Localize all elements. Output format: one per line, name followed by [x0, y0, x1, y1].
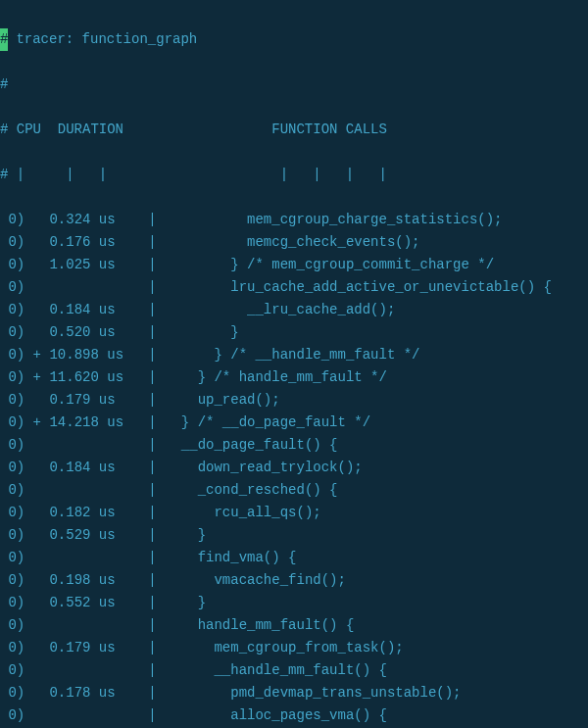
- cpu-col: 0): [0, 414, 24, 430]
- function-col: } /* __do_page_fault */: [172, 414, 370, 430]
- separator-col: |: [131, 279, 172, 295]
- duration-col: 0.184 us: [24, 460, 131, 475]
- duration-col: 0.179 us: [24, 640, 131, 655]
- function-col: mem_cgroup_charge_statistics();: [172, 212, 502, 227]
- separator-col: |: [131, 347, 172, 363]
- trace-row: 0) 0.176 us | memcg_check_events();: [0, 231, 580, 254]
- duration-col: 0.520 us: [24, 324, 131, 340]
- cpu-col: 0): [0, 527, 24, 543]
- trace-row: 0) | find_vma() {: [0, 547, 580, 569]
- function-col: } /* __handle_mm_fault */: [172, 347, 419, 363]
- function-col: __lru_cache_add();: [172, 302, 395, 317]
- duration-col: 0.198 us: [24, 572, 131, 588]
- cpu-col: 0): [0, 302, 24, 317]
- cpu-col: 0): [0, 595, 24, 610]
- cpu-col: 0): [0, 347, 24, 363]
- tracer-title: tracer: function_graph: [8, 31, 197, 47]
- duration-col: 1.025 us: [24, 257, 131, 272]
- function-col: lru_cache_add_active_or_unevictable() {: [172, 279, 551, 295]
- duration-col: 0.179 us: [24, 392, 131, 408]
- trace-row: 0) + 10.898 us | } /* __handle_mm_fault …: [0, 344, 580, 366]
- function-col: __do_page_fault() {: [172, 437, 337, 453]
- trace-row: 0) 0.184 us | down_read_trylock();: [0, 457, 580, 479]
- trace-row: 0) 1.025 us | } /* mem_cgroup_commit_cha…: [0, 254, 580, 276]
- cpu-col: 0): [0, 640, 24, 655]
- duration-col: + 11.620 us: [24, 369, 131, 385]
- separator-col: |: [131, 595, 172, 610]
- separator-col: |: [131, 324, 172, 340]
- duration-col: 0.324 us: [24, 212, 131, 227]
- trace-row: 0) 0.179 us | mem_cgroup_from_task();: [0, 637, 580, 659]
- cpu-col: 0): [0, 482, 24, 498]
- function-col: vmacache_find();: [172, 572, 345, 588]
- separator-col: |: [131, 460, 172, 475]
- duration-col: + 10.898 us: [24, 347, 131, 363]
- trace-row: 0) 0.520 us | }: [0, 321, 580, 344]
- trace-row: 0) | __do_page_fault() {: [0, 434, 580, 457]
- duration-col: [24, 617, 131, 633]
- function-col: _cond_resched() {: [172, 482, 337, 498]
- cpu-col: 0): [0, 257, 24, 272]
- trace-row: 0) | handle_mm_fault() {: [0, 614, 580, 637]
- duration-col: [24, 482, 131, 498]
- separator-col: |: [131, 482, 172, 498]
- trace-row: 0) | __handle_mm_fault() {: [0, 659, 580, 682]
- separator-col: |: [131, 685, 172, 701]
- terminal-output: # tracer: function_graph # # CPU DURATIO…: [0, 0, 588, 728]
- separator-col: |: [131, 414, 172, 430]
- function-col: pmd_devmap_trans_unstable();: [172, 685, 461, 701]
- cpu-col: 0): [0, 437, 24, 453]
- cpu-col: 0): [0, 572, 24, 588]
- duration-col: 0.184 us: [24, 302, 131, 317]
- trace-row: 0) | _cond_resched() {: [0, 479, 580, 502]
- separator-col: |: [131, 640, 172, 655]
- function-col: }: [172, 527, 206, 543]
- cpu-col: 0): [0, 279, 24, 295]
- duration-col: 0.178 us: [24, 685, 131, 701]
- duration-col: 0.176 us: [24, 234, 131, 250]
- duration-col: [24, 550, 131, 565]
- function-col: memcg_check_events();: [172, 234, 419, 250]
- separator-col: |: [131, 505, 172, 520]
- function-col: __handle_mm_fault() {: [172, 662, 386, 678]
- separator-col: |: [131, 257, 172, 272]
- separator-col: |: [131, 550, 172, 565]
- function-col: find_vma() {: [172, 550, 296, 565]
- separator-col: |: [131, 369, 172, 385]
- separator-col: |: [131, 527, 172, 543]
- duration-col: [24, 662, 131, 678]
- duration-col: + 14.218 us: [24, 414, 131, 430]
- separator-col: |: [131, 662, 172, 678]
- cpu-col: 0): [0, 617, 24, 633]
- duration-col: 0.552 us: [24, 595, 131, 610]
- header-blank: #: [0, 73, 580, 96]
- duration-col: [24, 279, 131, 295]
- trace-row: 0) 0.552 us | }: [0, 592, 580, 614]
- separator-col: |: [131, 707, 172, 723]
- separator-col: |: [131, 302, 172, 317]
- separator-col: |: [131, 212, 172, 227]
- duration-col: 0.529 us: [24, 527, 131, 543]
- function-col: down_read_trylock();: [172, 460, 362, 475]
- trace-row: 0) 0.179 us | up_read();: [0, 389, 580, 412]
- function-col: alloc_pages_vma() {: [172, 707, 386, 723]
- trace-row: 0) 0.324 us | mem_cgroup_charge_statisti…: [0, 209, 580, 231]
- cpu-col: 0): [0, 685, 24, 701]
- trace-row: 0) 0.182 us | rcu_all_qs();: [0, 502, 580, 524]
- separator-col: |: [131, 392, 172, 408]
- header-title-line: # tracer: function_graph: [0, 28, 580, 51]
- trace-row: 0) 0.198 us | vmacache_find();: [0, 569, 580, 592]
- trace-row: 0) | lru_cache_add_active_or_unevictable…: [0, 276, 580, 299]
- trace-rows: 0) 0.324 us | mem_cgroup_charge_statisti…: [0, 209, 580, 728]
- cpu-col: 0): [0, 550, 24, 565]
- function-col: } /* handle_mm_fault */: [172, 369, 386, 385]
- cpu-col: 0): [0, 369, 24, 385]
- header-columns-a: # CPU DURATION FUNCTION CALLS: [0, 119, 580, 141]
- cpu-col: 0): [0, 392, 24, 408]
- duration-col: [24, 707, 131, 723]
- duration-col: 0.182 us: [24, 505, 131, 520]
- separator-col: |: [131, 234, 172, 250]
- function-col: rcu_all_qs();: [172, 505, 320, 520]
- trace-row: 0) + 14.218 us | } /* __do_page_fault */: [0, 412, 580, 434]
- cpu-col: 0): [0, 234, 24, 250]
